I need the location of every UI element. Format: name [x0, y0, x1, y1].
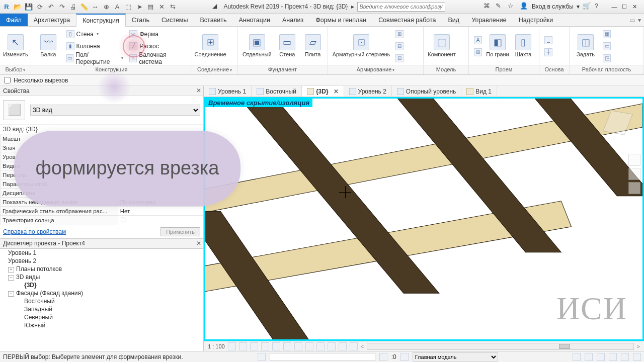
dim-icon[interactable]: ⊕	[102, 2, 111, 11]
cart-icon[interactable]: 🛒	[583, 2, 592, 11]
viewer-button[interactable]: ◳	[601, 53, 613, 64]
tab-structure[interactable]: Конструкция	[76, 14, 126, 27]
modify-button[interactable]: ↖Изменить	[3, 29, 28, 64]
maximize-button[interactable]: ☐	[620, 2, 629, 11]
ribbon-box-icon[interactable]: ▭	[629, 17, 635, 24]
measure-icon[interactable]: 📏	[79, 2, 89, 11]
view-tab[interactable]: {3D}✕	[302, 86, 344, 97]
brace-button[interactable]: ╱Раскос	[127, 41, 189, 52]
tab-systems[interactable]: Системы	[155, 14, 194, 26]
undo-icon[interactable]: ↶	[46, 2, 55, 11]
login-link[interactable]: Вход в службы	[532, 3, 574, 10]
collapse-icon[interactable]: −	[8, 275, 14, 281]
align-icon[interactable]: ↔	[91, 2, 100, 11]
open-icon[interactable]: 📂	[13, 2, 22, 11]
title-chevron-icon[interactable]: ▸	[351, 3, 354, 10]
nav-zoom-icon[interactable]	[628, 182, 640, 194]
browser-item-3d[interactable]: {3D}	[8, 281, 203, 289]
status-f-icon[interactable]	[633, 353, 641, 361]
nav-wheel-icon[interactable]	[628, 154, 640, 166]
view-tab[interactable]: Уровень 2	[344, 86, 392, 97]
status-ws-icon[interactable]	[400, 353, 409, 361]
ribbon-collapse-icon[interactable]: ▾	[638, 17, 641, 24]
browser-item-west[interactable]: Западный	[8, 305, 203, 313]
group-reinforcement[interactable]: Армирование	[328, 65, 423, 74]
vc-crop-icon[interactable]	[283, 342, 291, 350]
wall-button[interactable]: ▯Стена	[64, 29, 126, 40]
print-icon[interactable]: 🖨	[68, 2, 77, 11]
prop-value[interactable]: ☐	[118, 216, 203, 225]
truss-button[interactable]: ⩙Ферма	[127, 29, 189, 40]
view3d-icon[interactable]: ⬚	[124, 2, 133, 11]
prop-value[interactable]: Нет	[118, 207, 203, 216]
vc-shadow-icon[interactable]	[261, 342, 269, 350]
browser-item-east[interactable]: Восточный	[8, 297, 203, 305]
vc-detail-icon[interactable]	[228, 342, 236, 350]
tab-architecture[interactable]: Архитектура	[28, 14, 76, 26]
switch-icon[interactable]: ⇆	[168, 2, 177, 11]
tab-insert[interactable]: Вставить	[194, 14, 232, 26]
slab-button[interactable]: ▱Плита	[301, 29, 325, 64]
browser-item-lvl2[interactable]: Уровень 2	[8, 257, 203, 265]
tab-analyze[interactable]: Анализ	[276, 14, 309, 26]
status-filter-icon[interactable]	[379, 353, 387, 361]
component-button[interactable]: ⬚Компонент	[427, 29, 457, 64]
sync-icon[interactable]: ⟳	[35, 2, 44, 11]
shaft-button[interactable]: ▯Шахта	[511, 29, 535, 64]
vc-style-icon[interactable]	[239, 342, 247, 350]
vc-reveal-icon[interactable]	[339, 342, 347, 350]
byface-button[interactable]: ◧По грани	[486, 29, 509, 64]
h-scrollbar[interactable]	[367, 343, 633, 350]
close-tab-icon[interactable]: ✕	[334, 88, 339, 95]
tab-annotate[interactable]: Аннотации	[232, 14, 276, 26]
show-plane-button[interactable]: ▦	[601, 29, 613, 40]
browser-item-3dviews[interactable]: −3D виды	[8, 273, 203, 281]
tab-manage[interactable]: Управление	[465, 14, 513, 26]
tab-addins[interactable]: Надстройки	[513, 14, 559, 26]
browser-item-ceilings[interactable]: +Планы потолков	[8, 265, 203, 273]
level-button[interactable]: ⎯	[542, 35, 554, 46]
vc-render-icon[interactable]	[272, 342, 280, 350]
close-hidden-icon[interactable]: ✕	[157, 2, 166, 11]
group-connection[interactable]: Соединение	[192, 65, 237, 74]
beam-button[interactable]: 〰Балка	[34, 29, 62, 64]
grid-button[interactable]: ┼	[542, 47, 554, 58]
reinf-a-button[interactable]: ⊞	[393, 29, 406, 40]
view-tab[interactable]: Уровень 1	[204, 86, 252, 97]
browser-item-north[interactable]: Северный	[8, 313, 203, 321]
fnd-wall-button[interactable]: ▭Стена	[275, 29, 299, 64]
status-model-select[interactable]: Главная модель	[413, 352, 498, 361]
reinf-b-button[interactable]: ⊟	[393, 41, 406, 52]
status-d-icon[interactable]	[609, 353, 617, 361]
expand-icon[interactable]: +	[8, 267, 14, 273]
status-e-icon[interactable]	[621, 353, 629, 361]
status-a-icon[interactable]	[573, 353, 581, 361]
app-icon[interactable]: R	[2, 2, 11, 11]
redo-icon[interactable]: ↷	[57, 2, 66, 11]
status-select-icon[interactable]	[258, 353, 266, 361]
ref-plane-button[interactable]: ▭	[601, 41, 613, 52]
tab-massing[interactable]: Формы и генплан	[309, 14, 372, 26]
user-icon[interactable]: 👤	[520, 2, 529, 11]
browser-item-south[interactable]: Южный	[8, 321, 203, 329]
browser-close-icon[interactable]: ✕	[196, 240, 201, 247]
viewcube[interactable]	[600, 106, 635, 141]
section-icon[interactable]: ➤	[135, 2, 144, 11]
text-icon[interactable]: A	[113, 2, 122, 11]
rebar-button[interactable]: ⊡Арматурный стержень	[331, 29, 391, 64]
beam-system-button[interactable]: ≡Балочная система	[127, 53, 189, 64]
status-c-icon[interactable]	[597, 353, 605, 361]
vc-sun-icon[interactable]	[250, 342, 258, 350]
view-canvas[interactable]: Временное скрытие/изоляция	[204, 97, 644, 341]
set-plane-button[interactable]: ◫Задать	[573, 29, 599, 64]
search-input[interactable]	[357, 2, 445, 12]
view-tab[interactable]: Восточный	[252, 86, 302, 97]
thin-icon[interactable]: ▤	[146, 2, 155, 11]
save-icon[interactable]: 💾	[24, 2, 33, 11]
apply-button[interactable]: Применить	[160, 227, 200, 236]
opening-b-button[interactable]: ⊞	[472, 47, 484, 58]
browser-item-facades[interactable]: −Фасады (Фасад здания)	[8, 289, 203, 297]
view-tab[interactable]: Вид 1	[461, 86, 497, 97]
star-icon[interactable]: ☆	[508, 2, 517, 11]
browser-item-lvl1[interactable]: Уровень 1	[8, 249, 203, 257]
